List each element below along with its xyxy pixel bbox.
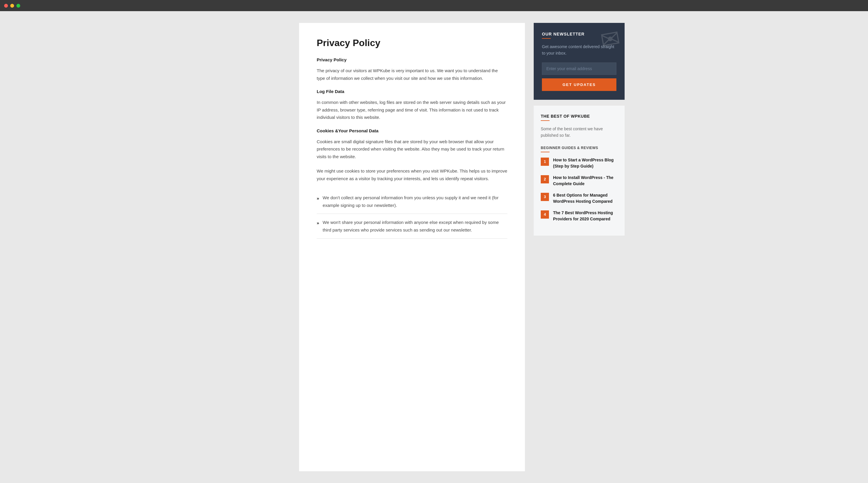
bullet-item-2: » We won't share your personal informati… bbox=[317, 214, 507, 238]
right-sidebar: ✉ OUR NEWSLETTER Get awesome content del… bbox=[534, 23, 625, 471]
email-input[interactable] bbox=[542, 62, 616, 75]
article-title-2[interactable]: How to Install WordPress - The Complete … bbox=[553, 175, 618, 187]
article-number-4: 4 bbox=[541, 210, 549, 219]
titlebar bbox=[0, 0, 868, 11]
bullet-arrow-2: » bbox=[317, 219, 319, 234]
article-item-4: 4 The 7 Best WordPress Hosting Providers… bbox=[541, 210, 618, 222]
bullet-text-1: We don't collect any personal informatio… bbox=[322, 194, 507, 209]
left-sidebar bbox=[243, 23, 290, 471]
main-content: Privacy Policy Privacy Policy The privac… bbox=[299, 23, 525, 471]
article-item-3: 3 6 Best Options for Managed WordPress H… bbox=[541, 192, 618, 204]
section-heading-cookies: Cookies &Your Personal Data bbox=[317, 128, 507, 133]
bullet-item-1: » We don't collect any personal informat… bbox=[317, 189, 507, 214]
section-text-cookies-2: We might use cookies to store your prefe… bbox=[317, 167, 507, 182]
newsletter-accent-line bbox=[542, 38, 551, 39]
section-text-cookies-1: Cookies are small digital signature file… bbox=[317, 138, 507, 161]
get-updates-button[interactable]: GET UPDATES bbox=[542, 78, 616, 91]
article-number-3: 3 bbox=[541, 193, 549, 201]
bullet-arrow-1: » bbox=[317, 195, 319, 209]
article-item-2: 2 How to Install WordPress - The Complet… bbox=[541, 175, 618, 187]
best-widget: THE BEST OF WPKUBE Some of the best cont… bbox=[534, 106, 625, 236]
best-widget-title: THE BEST OF WPKUBE bbox=[541, 114, 618, 118]
page-wrapper: Privacy Policy Privacy Policy The privac… bbox=[243, 23, 625, 471]
article-title-3[interactable]: 6 Best Options for Managed WordPress Hos… bbox=[553, 192, 618, 204]
best-widget-accent bbox=[541, 120, 550, 121]
section-heading-privacy: Privacy Policy bbox=[317, 57, 507, 62]
article-item-1: 1 How to Start a WordPress Blog (Step by… bbox=[541, 157, 618, 169]
article-title-1[interactable]: How to Start a WordPress Blog (Step by S… bbox=[553, 157, 618, 169]
section-text-privacy: The privacy of our visitors at WPKube is… bbox=[317, 67, 507, 82]
titlebar-dot-yellow[interactable] bbox=[10, 4, 14, 8]
section-heading-logfile: Log File Data bbox=[317, 89, 507, 94]
article-title-4[interactable]: The 7 Best WordPress Hosting Providers f… bbox=[553, 210, 618, 222]
titlebar-dot-green[interactable] bbox=[17, 4, 20, 8]
article-number-2: 2 bbox=[541, 175, 549, 183]
browser-content: Privacy Policy Privacy Policy The privac… bbox=[0, 11, 868, 483]
bullet-text-2: We won't share your personal information… bbox=[322, 219, 507, 234]
article-number-1: 1 bbox=[541, 158, 549, 166]
category-label: BEGINNER GUIDES & REVIEWS bbox=[541, 146, 618, 150]
category-accent bbox=[541, 152, 550, 152]
section-text-logfile: In common with other websites, log files… bbox=[317, 98, 507, 121]
best-widget-desc: Some of the best content we have publish… bbox=[541, 125, 618, 139]
titlebar-dot-red[interactable] bbox=[4, 4, 8, 8]
newsletter-widget: ✉ OUR NEWSLETTER Get awesome content del… bbox=[534, 23, 625, 100]
page-title: Privacy Policy bbox=[317, 37, 507, 49]
